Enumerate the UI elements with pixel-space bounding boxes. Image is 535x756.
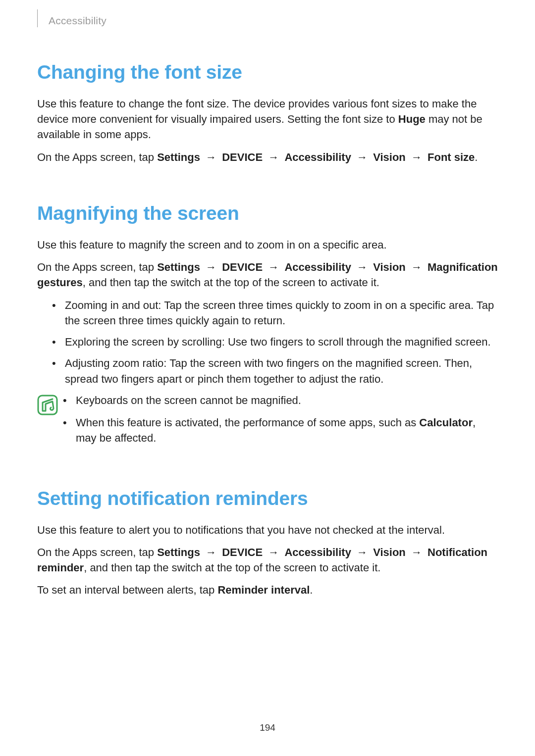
text: , and then tap the switch at the top of … bbox=[83, 276, 379, 289]
bold-calculator: Calculator bbox=[419, 416, 473, 429]
section-spacer bbox=[37, 172, 498, 196]
note-block: Keyboards on the screen cannot be magnif… bbox=[37, 393, 498, 453]
arrow-icon: → bbox=[411, 151, 422, 163]
sec3-para2-path: On the Apps screen, tap Settings → DEVIC… bbox=[37, 545, 498, 575]
path-vision: Vision bbox=[373, 546, 406, 558]
arrow-icon: → bbox=[206, 151, 216, 163]
list-item: Zooming in and out: Tap the screen three… bbox=[52, 298, 498, 328]
text: On the Apps screen, tap bbox=[37, 546, 157, 558]
path-device: DEVICE bbox=[222, 546, 263, 558]
arrow-icon: → bbox=[268, 546, 279, 558]
text: When this feature is activated, the perf… bbox=[76, 416, 419, 429]
arrow-icon: → bbox=[206, 261, 216, 273]
arrow-icon: → bbox=[268, 261, 279, 273]
path-vision: Vision bbox=[373, 151, 406, 163]
path-device: DEVICE bbox=[222, 151, 263, 163]
sec1-para1: Use this feature to change the font size… bbox=[37, 96, 498, 143]
arrow-icon: → bbox=[411, 546, 422, 558]
sec2-bullet-list: Zooming in and out: Tap the screen three… bbox=[37, 298, 498, 387]
path-accessibility: Accessibility bbox=[284, 546, 351, 558]
list-item: Adjusting zoom ratio: Tap the screen wit… bbox=[52, 355, 498, 386]
section-heading-font-size: Changing the font size bbox=[37, 61, 498, 83]
path-settings: Settings bbox=[157, 151, 200, 163]
arrow-icon: → bbox=[411, 261, 422, 273]
sec2-para2-path: On the Apps screen, tap Settings → DEVIC… bbox=[37, 259, 498, 290]
text: . bbox=[310, 584, 313, 596]
arrow-icon: → bbox=[357, 151, 368, 163]
arrow-icon: → bbox=[357, 546, 368, 558]
path-fontsize: Font size bbox=[428, 151, 475, 163]
path-accessibility: Accessibility bbox=[284, 151, 351, 163]
path-settings: Settings bbox=[157, 546, 200, 558]
bold-huge: Huge bbox=[398, 113, 426, 125]
breadcrumb: Accessibility bbox=[49, 15, 107, 27]
list-item: Exploring the screen by scrolling: Use t… bbox=[52, 334, 498, 350]
section-heading-magnify: Magnifying the screen bbox=[37, 202, 498, 224]
section-heading-notify: Setting notification reminders bbox=[37, 488, 498, 509]
bold-reminder-interval: Reminder interval bbox=[217, 584, 310, 596]
text: On the Apps screen, tap bbox=[37, 261, 157, 273]
path-accessibility: Accessibility bbox=[284, 261, 351, 273]
arrow-icon: → bbox=[206, 546, 216, 558]
arrow-icon: → bbox=[268, 151, 279, 163]
header: Accessibility bbox=[37, 20, 498, 32]
sec3-para3: To set an interval between alerts, tap R… bbox=[37, 582, 498, 598]
note-item: When this feature is activated, the perf… bbox=[63, 415, 498, 446]
sec2-para1: Use this feature to magnify the screen a… bbox=[37, 237, 498, 252]
note-list: Keyboards on the screen cannot be magnif… bbox=[62, 393, 498, 453]
page: Accessibility Changing the font size Use… bbox=[0, 0, 535, 756]
arrow-icon: → bbox=[357, 261, 368, 273]
sec1-para2-path: On the Apps screen, tap Settings → DEVIC… bbox=[37, 150, 498, 165]
text: On the Apps screen, tap bbox=[37, 151, 157, 163]
note-item: Keyboards on the screen cannot be magnif… bbox=[63, 393, 498, 408]
svg-rect-0 bbox=[38, 396, 57, 414]
page-number: 194 bbox=[0, 722, 535, 733]
note-icon bbox=[37, 395, 58, 417]
text: . bbox=[475, 151, 478, 163]
text: To set an interval between alerts, tap bbox=[37, 584, 217, 596]
sec3-para1: Use this feature to alert you to notific… bbox=[37, 522, 498, 538]
text: , and then tap the switch at the top of … bbox=[84, 561, 380, 574]
path-settings: Settings bbox=[157, 261, 200, 273]
header-divider bbox=[37, 9, 38, 27]
section-spacer bbox=[37, 457, 498, 481]
path-vision: Vision bbox=[373, 261, 406, 273]
path-device: DEVICE bbox=[222, 261, 263, 273]
